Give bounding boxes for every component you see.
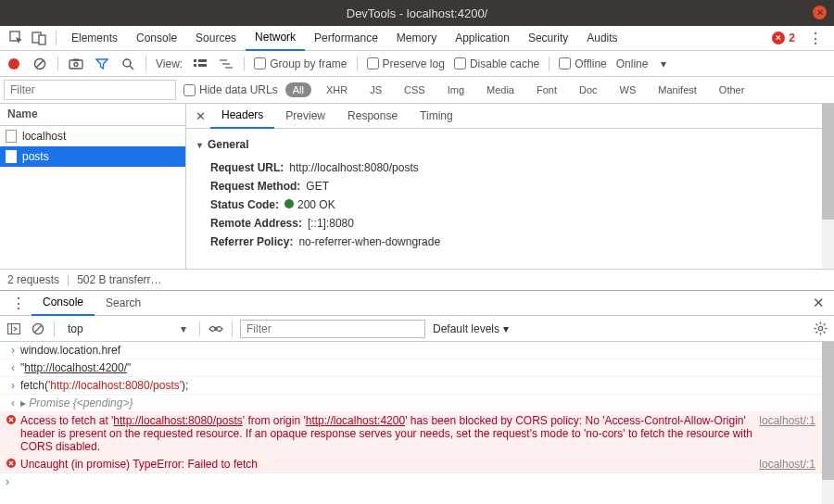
console-input-line: › fetch('http://localhost:8080/posts');	[0, 377, 834, 395]
detail-tab-timing[interactable]: Timing	[409, 104, 464, 128]
context-select[interactable]: top ▾	[62, 321, 192, 337]
tab-sources[interactable]: Sources	[186, 26, 246, 50]
scrollbar[interactable]	[822, 342, 834, 504]
console-output-line: ‹ ▸ Promise {<pending>}	[0, 395, 834, 412]
network-status-bar: 2 requests | 502 B transferr…	[0, 269, 834, 291]
detail-tab-preview[interactable]: Preview	[274, 104, 336, 128]
large-rows-icon[interactable]	[192, 56, 208, 72]
console-settings-icon[interactable]	[812, 321, 828, 337]
filter-type-font[interactable]: Font	[529, 82, 564, 97]
tab-elements[interactable]: Elements	[62, 26, 127, 50]
group-by-frame-checkbox[interactable]: Group by frame	[254, 57, 347, 70]
tab-audits[interactable]: Audits	[577, 26, 626, 50]
svg-rect-11	[198, 59, 207, 62]
hide-data-urls-checkbox[interactable]: Hide data URLs	[183, 83, 278, 96]
svg-rect-10	[194, 59, 196, 62]
more-menu-icon[interactable]: ⋮	[802, 30, 828, 47]
svg-rect-13	[198, 64, 207, 67]
kv-status-code: Status Code:200 OK	[196, 195, 825, 214]
filter-type-ws[interactable]: WS	[613, 82, 644, 97]
drawer-tab-search[interactable]: Search	[95, 291, 152, 315]
search-icon[interactable]	[120, 56, 136, 72]
inspect-element-icon[interactable]	[6, 27, 28, 49]
scrollbar[interactable]	[822, 104, 834, 269]
device-toolbar-icon[interactable]	[28, 27, 50, 49]
network-toolbar: View: Group by frame Preserve log Disabl…	[0, 51, 834, 77]
svg-line-9	[130, 66, 133, 69]
document-icon	[6, 130, 17, 143]
live-expression-icon[interactable]	[208, 321, 224, 337]
preserve-log-checkbox[interactable]: Preserve log	[367, 57, 445, 70]
filter-type-xhr[interactable]: XHR	[319, 82, 355, 97]
window-titlebar: DevTools - localhost:4200/ ✕	[0, 0, 834, 26]
filter-type-media[interactable]: Media	[479, 82, 522, 97]
svg-rect-15	[222, 63, 230, 65]
request-row[interactable]: localhost	[0, 126, 185, 146]
filter-type-all[interactable]: All	[285, 82, 311, 97]
status-transferred: 502 B transferr…	[77, 273, 161, 286]
throttling-select[interactable]: Online	[616, 57, 649, 70]
error-icon	[6, 458, 20, 469]
svg-point-8	[123, 59, 131, 67]
network-body: Name localhost posts ✕ Headers Preview R…	[0, 104, 834, 269]
filter-type-manifest[interactable]: Manifest	[651, 82, 704, 97]
svg-rect-17	[8, 323, 20, 334]
input-chevron-icon: ›	[6, 475, 20, 488]
record-button[interactable]	[6, 56, 22, 72]
drawer-tab-console[interactable]: Console	[32, 290, 95, 316]
tab-application[interactable]: Application	[446, 26, 519, 50]
kv-request-url: Request URL:http://localhost:8080/posts	[196, 158, 825, 177]
console-filter-input[interactable]	[240, 320, 425, 338]
tab-memory[interactable]: Memory	[387, 26, 446, 50]
svg-rect-12	[194, 64, 196, 67]
detail-tab-headers[interactable]: Headers	[210, 103, 274, 129]
svg-line-27	[815, 324, 817, 326]
tab-network[interactable]: Network	[246, 25, 305, 51]
filter-type-css[interactable]: CSS	[397, 82, 433, 97]
drawer-more-icon[interactable]: ⋮	[6, 295, 32, 312]
close-detail-icon[interactable]: ✕	[190, 109, 210, 123]
clear-icon[interactable]	[32, 56, 48, 72]
tab-performance[interactable]: Performance	[305, 26, 387, 50]
request-detail: ✕ Headers Preview Response Timing Genera…	[186, 104, 834, 269]
request-name: posts	[22, 150, 49, 163]
request-list-header[interactable]: Name	[0, 104, 185, 126]
svg-line-30	[815, 332, 817, 334]
console-body[interactable]: › window.location.href ‹ "http://localho…	[0, 342, 834, 504]
filter-type-doc[interactable]: Doc	[572, 82, 605, 97]
screenshot-icon[interactable]	[68, 56, 84, 72]
tab-security[interactable]: Security	[519, 26, 577, 50]
disable-cache-checkbox[interactable]: Disable cache	[454, 57, 539, 70]
request-row[interactable]: posts	[0, 146, 185, 167]
offline-checkbox[interactable]: Offline	[559, 57, 606, 70]
waterfall-icon[interactable]	[218, 56, 234, 72]
filter-type-other[interactable]: Other	[712, 82, 752, 97]
kv-request-method: Request Method:GET	[196, 177, 825, 195]
console-output-line: ‹ "http://localhost:4200/"	[0, 359, 834, 377]
clear-console-icon[interactable]	[30, 321, 46, 337]
chevron-down-icon[interactable]: ▾	[657, 57, 670, 70]
filter-icon[interactable]	[94, 56, 110, 72]
filter-input[interactable]	[4, 80, 176, 100]
status-requests: 2 requests	[7, 273, 59, 286]
svg-line-28	[823, 332, 825, 334]
error-counter[interactable]: ✕ 2	[772, 32, 795, 44]
window-title: DevTools - localhost:4200/	[347, 6, 487, 20]
detail-tab-response[interactable]: Response	[336, 104, 409, 128]
close-drawer-icon[interactable]: ✕	[808, 295, 828, 311]
status-dot-icon	[284, 199, 294, 208]
view-label: View:	[156, 57, 183, 70]
tab-console[interactable]: Console	[127, 26, 186, 50]
source-link[interactable]: localhost/:1	[759, 414, 828, 427]
general-section-header[interactable]: General	[196, 138, 825, 151]
svg-rect-7	[73, 58, 79, 60]
filter-type-js[interactable]: JS	[362, 82, 389, 97]
filter-type-img[interactable]: Img	[440, 82, 472, 97]
window-close-button[interactable]: ✕	[813, 6, 827, 19]
chevron-down-icon: ▾	[503, 322, 509, 335]
source-link[interactable]: localhost/:1	[759, 458, 828, 471]
console-prompt[interactable]: ›	[0, 473, 834, 490]
log-levels-select[interactable]: Default levels ▾	[433, 322, 509, 335]
console-sidebar-icon[interactable]	[6, 321, 22, 337]
svg-point-6	[74, 62, 78, 66]
